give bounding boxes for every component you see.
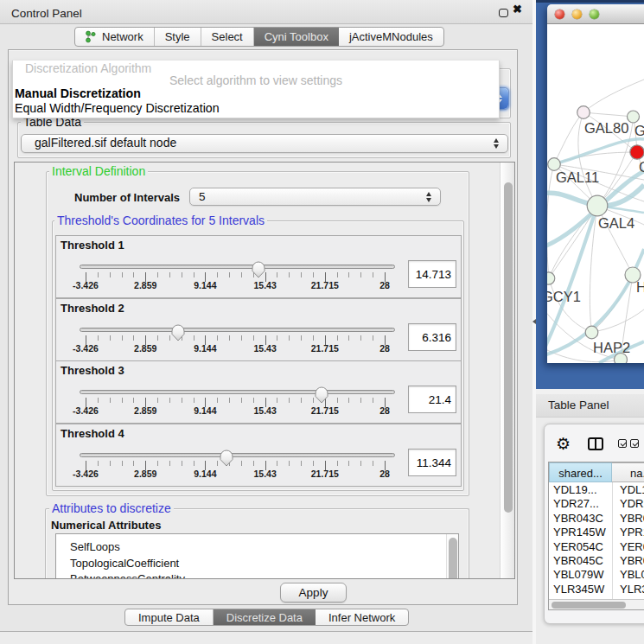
network-node-label: GAL11: [556, 169, 599, 186]
threshold-slider-track[interactable]: [80, 265, 395, 269]
node-table[interactable]: shared... na... YDL19...YDL1...YDR27...Y…: [548, 462, 644, 610]
cell-name[interactable]: YDR2...: [620, 497, 644, 510]
threshold-value-field[interactable]: 11.344: [408, 449, 456, 476]
cell-name[interactable]: YBR0...: [620, 512, 644, 525]
threshold-slider-thumb[interactable]: [170, 323, 186, 342]
apply-button[interactable]: Apply: [280, 583, 347, 603]
table-hscrollbar-thumb[interactable]: [552, 602, 626, 609]
network-node[interactable]: [628, 111, 640, 123]
column-divider: [612, 482, 613, 610]
cell-shared-name[interactable]: YBR045C: [553, 554, 603, 567]
threshold-slider-thumb[interactable]: [251, 260, 266, 279]
close-traffic-light-icon[interactable]: [555, 10, 564, 19]
control-panel-titlebar[interactable]: Control Panel ✖: [0, 0, 532, 24]
algorithm-option-equal-width-frequency[interactable]: Equal Width/Frequency Discretization: [15, 101, 220, 115]
cell-name[interactable]: YER0...: [620, 540, 644, 553]
control-panel-tab-bar: Network Style Select Cyni Toolbox jActiv…: [74, 27, 444, 47]
threshold-value-field[interactable]: 6.316: [408, 323, 456, 351]
attribute-list-item[interactable]: TopologicalCoefficient: [56, 555, 458, 571]
tab-infer-network[interactable]: Infer Network: [316, 609, 408, 625]
numerical-attributes-list[interactable]: SelfLoopsTopologicalCoefficientBetweenne…: [55, 533, 459, 579]
checkbox-select-none-icon[interactable]: [630, 439, 639, 448]
threshold-slider-thumb[interactable]: [219, 449, 234, 468]
slider-tick-label: -3.426: [73, 280, 99, 290]
table-data-combobox[interactable]: galFiltered.sif default node: [21, 134, 508, 153]
cell-shared-name[interactable]: YBL079W: [553, 568, 604, 581]
close-icon[interactable]: ✖: [513, 3, 522, 16]
threshold-label: Threshold 3: [61, 364, 124, 377]
tab-network[interactable]: Network: [75, 28, 155, 46]
tab-network-label: Network: [102, 30, 143, 43]
table-row[interactable]: YER054CYER0...: [549, 539, 644, 553]
network-desktop-area: GAL80GACGAL11GAL4GCY1HHAP2: [536, 0, 644, 389]
zoom-traffic-light-icon[interactable]: [590, 10, 599, 19]
number-of-intervals-combobox[interactable]: 5: [189, 188, 441, 206]
slider-tick-label: -3.426: [73, 343, 99, 354]
threshold-slider-ticks: [80, 272, 395, 283]
table-row[interactable]: YDR27...YDR2...: [549, 496, 644, 510]
column-header-shared-name[interactable]: shared...: [549, 462, 612, 482]
gear-icon[interactable]: ⚙: [556, 434, 571, 453]
network-node[interactable]: [585, 326, 598, 339]
cell-shared-name[interactable]: YPR145W: [553, 526, 606, 539]
threshold-slider-track[interactable]: [80, 328, 395, 332]
tab-impute-data[interactable]: Impute Data: [125, 609, 214, 625]
attributes-list-scrollbar[interactable]: [446, 534, 458, 579]
table-panel-titlebar[interactable]: Table Panel: [536, 394, 644, 418]
attribute-list-item[interactable]: BetweennessCentrality: [56, 571, 458, 579]
table-row[interactable]: YBL079WYBL0...: [549, 567, 644, 581]
network-edge[interactable]: [583, 112, 634, 117]
tab-select[interactable]: Select: [201, 28, 254, 46]
tab-cyni-toolbox[interactable]: Cyni Toolbox: [254, 28, 339, 46]
cell-name[interactable]: YDL1...: [620, 483, 644, 496]
table-row[interactable]: YPR145WYPR1...: [549, 525, 644, 539]
attribute-list-item[interactable]: SelfLoops: [56, 539, 458, 555]
float-window-icon[interactable]: [499, 9, 508, 17]
algorithm-option-manual-discretization[interactable]: Manual Discretization: [15, 86, 141, 100]
network-node[interactable]: [630, 145, 644, 159]
table-row[interactable]: YDL19...YDL1...: [549, 482, 644, 496]
columns-icon[interactable]: [588, 437, 603, 450]
cell-shared-name[interactable]: YDL19...: [553, 483, 597, 496]
cell-shared-name[interactable]: YER054C: [553, 540, 603, 553]
threshold-slider-ticks: [80, 461, 395, 471]
minimize-traffic-light-icon[interactable]: [572, 10, 582, 19]
table-row[interactable]: YBR045CYBR0...: [549, 553, 644, 567]
discretization-algorithm-group-title: Discretization Algorithm: [22, 61, 154, 75]
threshold-value-field[interactable]: 21.4: [408, 386, 456, 413]
cell-name[interactable]: YBR0...: [620, 554, 644, 567]
slider-tick-label: -3.426: [73, 405, 99, 416]
threshold-slider-thumb[interactable]: [314, 386, 329, 405]
network-edge[interactable]: [583, 80, 644, 112]
threshold-slider-track[interactable]: [80, 390, 395, 394]
tab-discretize-data-label: Discretize Data: [226, 611, 303, 624]
network-node[interactable]: [587, 195, 608, 216]
checkbox-select-all-icon[interactable]: [618, 439, 627, 448]
cell-shared-name[interactable]: YLR345W: [553, 583, 604, 596]
network-canvas[interactable]: GAL80GACGAL11GAL4GCY1HHAP2: [547, 24, 644, 363]
network-window-titlebar[interactable]: [547, 4, 644, 24]
slider-tick-label: 9.144: [194, 280, 216, 290]
cell-name[interactable]: YBL0...: [620, 568, 644, 581]
attributes-scrollbar-thumb[interactable]: [449, 538, 457, 579]
cell-name[interactable]: YLR3...: [620, 583, 644, 596]
network-node-label: GAL4: [598, 215, 634, 232]
cell-shared-name[interactable]: YBR043C: [553, 512, 603, 525]
threshold-slider-track[interactable]: [80, 453, 395, 457]
tab-discretize-data[interactable]: Discretize Data: [214, 609, 316, 625]
table-row[interactable]: YLR345WYLR3...: [549, 582, 644, 596]
table-horizontal-scrollbar[interactable]: [549, 599, 644, 609]
settings-vertical-scrollbar[interactable]: [500, 163, 514, 578]
cell-shared-name[interactable]: YDR27...: [553, 497, 599, 510]
slider-tick-label: -3.426: [73, 469, 99, 479]
threshold-value-field[interactable]: 14.713: [408, 260, 456, 288]
tab-jactivemnodules[interactable]: jActiveMNodules: [339, 28, 443, 46]
settings-scrollbar-thumb[interactable]: [504, 182, 513, 513]
network-node[interactable]: [547, 272, 555, 284]
network-edge[interactable]: [547, 164, 554, 278]
network-node[interactable]: [577, 106, 590, 119]
table-row[interactable]: YBR043CYBR0...: [549, 511, 644, 525]
tab-style[interactable]: Style: [155, 28, 201, 46]
cell-name[interactable]: YPR1...: [620, 526, 644, 539]
column-header-name[interactable]: na...: [612, 462, 644, 482]
